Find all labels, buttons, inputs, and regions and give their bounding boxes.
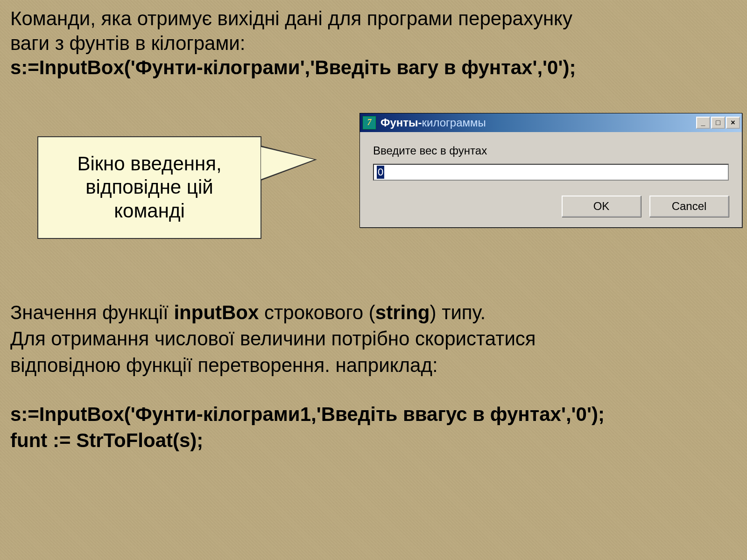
callout-pointer [261,146,317,181]
minimize-icon: _ [701,119,705,127]
callout-line1: Вікно введення, [77,153,221,175]
p2-e: ) типу. [430,301,486,323]
p2-line2: Для отримання числової величини потрібно… [10,328,536,350]
code-block-2: s:=InputBox('Фунти-кілограми1,'Введіть в… [10,401,737,454]
ok-label: OK [593,200,610,213]
code2-line2: funt := StrToFloat(s); [10,429,203,451]
title-part1: Фунты- [381,116,422,129]
p2-b: inputBox [174,301,259,323]
delphi-icon: 7 [363,116,376,129]
close-button[interactable]: × [726,117,740,129]
code2-line1: s:=InputBox('Фунти-кілограми1,'Введіть в… [10,403,605,425]
callout-line3: команді [114,200,184,222]
intro-text: Команди, яка отримує вихідні дані для пр… [10,7,737,56]
title-part2: килограммы [422,116,486,129]
code-line-1: s:=InputBox('Фунти-кілограми','Введіть в… [10,56,737,80]
dialog-prompt: Введите вес в фунтах [373,144,729,157]
p2-c: строкового ( [259,301,375,323]
p2-d: string [375,301,430,323]
maximize-button[interactable]: □ [711,117,725,129]
maximize-icon: □ [716,119,720,127]
inputbox-dialog: 7 Фунты-килограммы _ □ × Введите вес в ф… [359,113,742,228]
callout-line2: відповідне цій [85,176,213,198]
minimize-button[interactable]: _ [696,117,710,129]
cancel-label: Cancel [672,200,707,213]
input-value: 0 [377,166,384,179]
intro-line2: ваги з фунтів в кілограми: [10,32,245,54]
ok-button[interactable]: OK [562,196,641,217]
close-icon: × [731,119,735,127]
explanation-paragraph: Значення функції inputBox строкового (st… [10,300,737,379]
p2-line3: відповідною функції перетворення. наприк… [10,354,438,376]
dialog-titlebar[interactable]: 7 Фунты-килограммы _ □ × [360,113,742,132]
dialog-title: Фунты-килограммы [381,116,696,129]
dialog-input[interactable]: 0 [373,164,729,181]
callout-box: Вікно введення, відповідне цій команді [37,136,261,239]
intro-line1: Команди, яка отримує вихідні дані для пр… [10,7,572,29]
p2-a: Значення функції [10,301,174,323]
cancel-button[interactable]: Cancel [649,196,729,217]
